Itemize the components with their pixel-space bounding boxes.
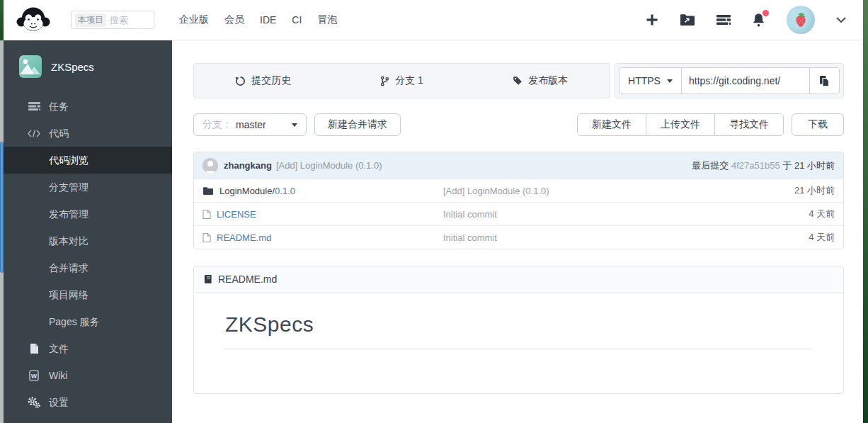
tab-commit-history[interactable]: 提交历史 (194, 64, 333, 98)
search-scope-tag: 本项目 (75, 13, 106, 27)
screen-edge-right (863, 0, 868, 423)
coding-monkey-logo[interactable] (16, 4, 51, 35)
file-commit-time: 4 天前 (809, 231, 835, 244)
svg-text:W: W (31, 373, 38, 380)
file-commit-message: [Add] LoginModule (0.1.0) (443, 186, 794, 196)
file-action-buttons: 新建文件 上传文件 寻找文件 下载 (577, 113, 844, 136)
commit-time: 21 小时前 (794, 160, 835, 171)
copy-icon (819, 75, 830, 87)
file-browser-card: zhangkang [Add] LoginModule (0.1.0) 最后提交… (193, 152, 844, 249)
clone-url-input[interactable] (682, 68, 809, 94)
project-switcher-icon[interactable] (680, 13, 695, 26)
nav-link-member[interactable]: 会员 (217, 13, 252, 26)
sidebar-item-merge-requests[interactable]: 合并请求 (4, 254, 172, 281)
file-icon (27, 343, 41, 354)
commit-message: [Add] LoginModule (0.1.0) (276, 160, 382, 171)
sidebar-item-label: Wiki (49, 362, 67, 389)
protocol-select[interactable]: HTTPS (619, 68, 682, 94)
sidebar-item-label: Pages 服务 (49, 308, 100, 335)
sidebar-item-releases[interactable]: 发布管理 (4, 201, 172, 227)
sidebar-item-code[interactable]: 代码 (4, 120, 172, 147)
folder-name[interactable]: LoginModule/ (219, 186, 275, 196)
file-name-link[interactable]: README.md (217, 232, 271, 243)
branch-value: master (236, 119, 266, 130)
project-avatar (19, 55, 42, 78)
file-commit-message: Initial commit (443, 232, 809, 243)
readme-header: README.md (194, 266, 843, 293)
search-input[interactable] (110, 15, 151, 26)
new-file-button[interactable]: 新建文件 (578, 114, 646, 135)
sidebar-item-label: 任务 (49, 93, 69, 120)
nav-link-enterprise[interactable]: 企业版 (171, 13, 217, 26)
sidebar-item-label: 分支管理 (49, 174, 88, 201)
table-row[interactable]: LICENSE Initial commit 4 天前 (194, 202, 843, 225)
repo-toolbar: 提交历史 分支 1 发布版本 HTTPS (193, 63, 844, 98)
tab-label: 分支 1 (395, 74, 423, 87)
sidebar-item-network[interactable]: 项目网络 (4, 281, 172, 308)
global-search: 本项目 (71, 11, 154, 29)
top-navbar: 本项目 企业版 会员 IDE CI 冒泡 (4, 0, 863, 40)
user-avatar[interactable] (787, 6, 815, 34)
new-merge-request-button[interactable]: 新建合并请求 (314, 113, 401, 136)
sidebar-item-wiki[interactable]: W Wiki (4, 362, 172, 389)
table-row[interactable]: README.md Initial commit 4 天前 (194, 225, 843, 249)
file-commit-message: Initial commit (443, 209, 809, 220)
book-icon (204, 274, 212, 284)
readme-divider (225, 349, 811, 349)
sidebar-item-label: 项目网络 (49, 281, 88, 308)
copy-button[interactable] (809, 68, 839, 94)
table-row[interactable]: LoginModule/0.1.0 [Add] LoginModule (0.1… (194, 179, 843, 202)
sidebar-item-label: 代码浏览 (49, 147, 88, 174)
plus-icon[interactable] (646, 13, 658, 26)
nav-link-ide[interactable]: IDE (252, 14, 284, 26)
branch-select[interactable]: 分支： master (193, 113, 307, 136)
find-file-button[interactable]: 寻找文件 (715, 114, 783, 135)
last-commit-label: 最后提交 (692, 160, 729, 171)
chevron-down-icon[interactable] (836, 17, 846, 23)
sidebar-item-branches[interactable]: 分支管理 (4, 174, 172, 201)
at-label: 于 (782, 160, 792, 171)
bell-icon[interactable] (752, 13, 765, 27)
screen-edge-left (0, 0, 4, 423)
file-name-link[interactable]: LICENSE (217, 209, 256, 220)
clone-url-box: HTTPS (615, 63, 844, 98)
sidebar-item-code-browse[interactable]: 代码浏览 (4, 147, 172, 174)
sidebar-item-tasks[interactable]: 任务 (4, 93, 172, 120)
protocol-value: HTTPS (628, 75, 661, 86)
download-button[interactable]: 下载 (792, 113, 844, 136)
branch-action-bar: 分支： master 新建合并请求 新建文件 上传文件 寻找文件 下载 (193, 113, 844, 136)
project-sidebar: ZKSpecs 任务 代码 代码浏览 分支管理 发布管理 版本对比 合并请求 项… (4, 40, 172, 423)
repo-tabs: 提交历史 分支 1 发布版本 (193, 63, 610, 98)
tab-releases[interactable]: 发布版本 (471, 64, 610, 98)
readme-heading: ZKSpecs (225, 312, 811, 337)
commit-hash-link[interactable]: 4f27a51b55 (731, 160, 780, 171)
project-name[interactable]: ZKSpecs (51, 61, 94, 73)
committer-name[interactable]: zhangkang (224, 160, 272, 171)
sidebar-item-compare[interactable]: 版本对比 (4, 227, 172, 254)
sidebar-item-label: 代码 (49, 120, 69, 147)
sidebar-menu: 任务 代码 代码浏览 分支管理 发布管理 版本对比 合并请求 项目网络 Page… (4, 93, 172, 416)
navbar-right (646, 6, 863, 34)
nav-link-ci[interactable]: CI (284, 14, 309, 26)
caret-down-icon (667, 79, 673, 83)
nav-links: 企业版 会员 IDE CI 冒泡 (171, 13, 345, 26)
sidebar-item-files[interactable]: 文件 (4, 335, 172, 362)
background-window-scrollbar (0, 142, 4, 273)
committer-avatar[interactable] (202, 158, 218, 174)
tasks-icon[interactable] (716, 14, 731, 26)
project-header[interactable]: ZKSpecs (4, 40, 172, 78)
wiki-icon: W (27, 370, 41, 381)
screen-edge-left-green (0, 0, 4, 40)
tab-branches[interactable]: 分支 1 (333, 64, 472, 98)
sidebar-item-label: 文件 (49, 335, 69, 362)
upload-file-button[interactable]: 上传文件 (646, 114, 715, 135)
folder-icon (202, 186, 214, 196)
nav-link-maopao[interactable]: 冒泡 (309, 13, 345, 26)
sidebar-item-pages[interactable]: Pages 服务 (4, 308, 172, 335)
main-content: 提交历史 分支 1 发布版本 HTTPS (172, 40, 863, 423)
folder-version-link[interactable]: 0.1.0 (275, 186, 295, 196)
clone-url-group: HTTPS (619, 67, 840, 94)
sidebar-item-settings[interactable]: 设置 (4, 389, 172, 416)
tab-label: 发布版本 (528, 74, 568, 87)
sidebar-item-label: 版本对比 (49, 227, 88, 254)
